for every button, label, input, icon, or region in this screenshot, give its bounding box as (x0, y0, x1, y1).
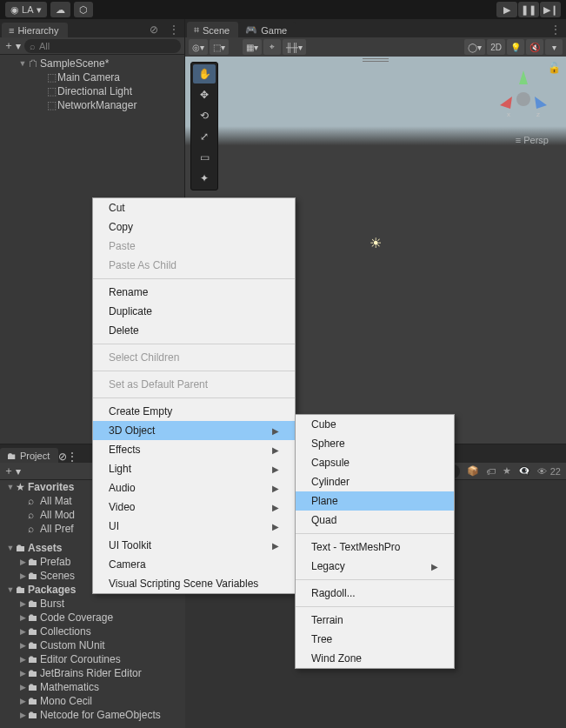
filter-icon[interactable]: 📦 (467, 465, 479, 477)
menu-item-audio[interactable]: Audio▶ (93, 478, 295, 498)
search-icon: ⌕ (30, 41, 36, 51)
menu-item-tree[interactable]: Tree (296, 630, 454, 649)
pause-button[interactable]: ❚❚ (518, 2, 539, 17)
package-folder[interactable]: ▶🖿Editor Coroutines (0, 652, 185, 666)
snap-button[interactable]: ⌖ (263, 39, 281, 55)
menu-item-label: Create Empty (109, 405, 172, 417)
menu-item-delete[interactable]: Delete (93, 321, 295, 340)
lock-button[interactable]: ⊘ (58, 451, 67, 463)
transform-tool[interactable]: ✦ (193, 169, 216, 188)
cloud-icon: ☁ (56, 4, 65, 16)
panel-menu-button[interactable]: ⋮ (545, 22, 566, 37)
rotate-icon: ⟲ (200, 110, 209, 122)
panel-menu-button[interactable]: ⋮ (163, 22, 184, 37)
create-dropdown[interactable]: ＋▾ (3, 38, 21, 53)
menu-item-plane[interactable]: Plane (296, 491, 454, 511)
package-folder[interactable]: ▶🖿Mathematics (0, 680, 185, 694)
projection-label[interactable]: ≡ Persp (516, 135, 549, 145)
scene-row[interactable]: ▼ ⛫ SampleScene* (0, 57, 184, 70)
lighting-toggle[interactable]: 💡 (507, 39, 524, 55)
tab-project[interactable]: 🖿 Project (0, 448, 58, 463)
hierarchy-item[interactable]: ⬚NetworkManager (0, 98, 184, 112)
audio-toggle[interactable]: 🔇 (526, 39, 543, 55)
chevron-right-icon: ▶ (272, 464, 279, 474)
menu-item-cube[interactable]: Cube (296, 415, 454, 434)
favorite-icon[interactable]: ★ (503, 465, 511, 477)
menu-item-label: Text - TextMeshPro (311, 541, 400, 553)
menu-item-copy[interactable]: Copy (93, 217, 295, 237)
expand-arrow-icon[interactable]: ▼ (17, 59, 28, 68)
menu-item-quad[interactable]: Quad (296, 511, 454, 530)
grid-button[interactable]: ▦▾ (243, 39, 262, 55)
play-button[interactable]: ▶ (496, 2, 517, 17)
package-folder[interactable]: ▶🖿Mono Cecil (0, 694, 185, 708)
menu-item-ui-toolkit[interactable]: UI Toolkit▶ (93, 536, 295, 555)
menu-item-legacy[interactable]: Legacy▶ (296, 557, 454, 576)
orientation-gizmo[interactable]: x z (493, 69, 554, 130)
menu-item-capsule[interactable]: Capsule (296, 453, 454, 472)
step-button[interactable]: ▶❙ (540, 2, 561, 17)
menu-item-camera[interactable]: Camera (93, 555, 295, 574)
menu-item-effects[interactable]: Effects▶ (93, 440, 295, 459)
label-icon[interactable]: 🏷 (486, 466, 496, 477)
hand-tool[interactable]: ✋ (193, 64, 216, 83)
lock-button[interactable]: ⊘ (144, 22, 163, 37)
hierarchy-search[interactable]: ⌕All (24, 39, 181, 53)
menu-item-video[interactable]: Video▶ (93, 498, 295, 517)
menu-item-label: Sphere (311, 437, 345, 450)
folder-icon: 🖿 (28, 556, 40, 568)
package-folder[interactable]: ▶🖿Collections (0, 624, 185, 638)
package-folder[interactable]: ▶🖿Code Coverage (0, 611, 185, 624)
panel-menu-button[interactable]: ⋮ (67, 451, 77, 463)
hierarchy-item[interactable]: ⬚Main Camera (0, 70, 184, 84)
chevron-down-icon: ▾ (16, 465, 21, 478)
user-icon: ◉ (10, 4, 19, 16)
menu-item-ragdoll-[interactable]: Ragdoll... (296, 584, 454, 603)
pivot-rotation-button[interactable]: ⬚▾ (210, 39, 229, 55)
package-folder[interactable]: ▶🖿Burst (0, 597, 185, 611)
menu-item-rename[interactable]: Rename (93, 283, 295, 302)
fx-toggle[interactable]: ▾ (545, 39, 563, 55)
menu-item-terrain[interactable]: Terrain (296, 611, 454, 630)
menu-item-wind-zone[interactable]: Wind Zone (296, 649, 454, 668)
menu-item-duplicate[interactable]: Duplicate (93, 302, 295, 321)
package-folder[interactable]: ▶🖿Custom NUnit (0, 638, 185, 652)
favorites-label: Favorites (28, 481, 74, 493)
menu-item-sphere[interactable]: Sphere (296, 434, 454, 453)
2d-toggle[interactable]: 2D (487, 39, 505, 55)
hierarchy-item[interactable]: ⬚Directional Light (0, 84, 184, 98)
plus-icon: ＋ (3, 464, 14, 478)
folder-icon: 🖿 (28, 639, 40, 651)
cloud-button[interactable]: ☁ (50, 2, 70, 17)
menu-item-cylinder[interactable]: Cylinder (296, 472, 454, 491)
draw-mode-button[interactable]: ◯▾ (464, 39, 485, 55)
menu-item-label: Effects (109, 444, 140, 456)
version-control-button[interactable]: ⬡ (74, 2, 93, 17)
menu-item-3d-object[interactable]: 3D Object▶ (93, 421, 295, 440)
menu-item-create-empty[interactable]: Create Empty (93, 402, 295, 421)
menu-item-visual-scripting-scene-variables[interactable]: Visual Scripting Scene Variables (93, 574, 295, 593)
svg-marker-3 (500, 97, 512, 109)
tab-game[interactable]: 🎮 Game (238, 22, 296, 37)
snap-increment-button[interactable]: ╫╫▾ (283, 39, 306, 55)
menu-item-ui[interactable]: UI▶ (93, 517, 295, 536)
menu-item-cut[interactable]: Cut (93, 198, 295, 217)
menu-item-text-textmeshpro[interactable]: Text - TextMeshPro (296, 538, 454, 557)
rect-tool[interactable]: ▭ (193, 148, 216, 167)
scale-tool[interactable]: ⤢ (193, 127, 216, 146)
drag-handle[interactable] (363, 58, 389, 62)
tab-hierarchy[interactable]: ≡ Hierarchy (2, 23, 68, 37)
package-folder[interactable]: ▶🖿Netcode for GameObjects (0, 708, 185, 722)
account-dropdown[interactable]: ◉ LA ▾ (5, 2, 47, 17)
move-tool[interactable]: ✥ (193, 85, 216, 104)
create-dropdown[interactable]: ＋▾ (3, 464, 21, 478)
menu-item-light[interactable]: Light▶ (93, 459, 295, 478)
rotate-tool[interactable]: ⟲ (193, 106, 216, 125)
package-folder[interactable]: ▶🖿JetBrains Rider Editor (0, 666, 185, 680)
menu-item-label: Paste (109, 240, 136, 252)
directional-light-gizmo[interactable]: ☀ (370, 234, 382, 250)
hidden-icon[interactable]: 👁‍🗨 (518, 465, 530, 477)
tab-scene[interactable]: ⌗ Scene (187, 22, 238, 37)
pivot-mode-button[interactable]: ◎▾ (189, 39, 208, 55)
menu-item-label: Cylinder (311, 476, 350, 488)
